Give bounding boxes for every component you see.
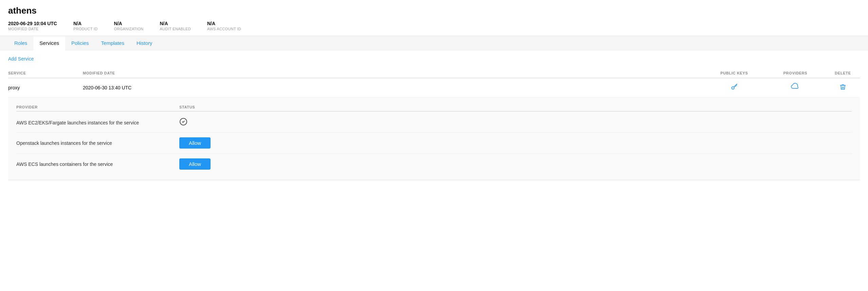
providers-cell — [765, 83, 826, 92]
table-row: proxy 2020-06-30 13:40 UTC — [8, 78, 860, 98]
meta-audit-enabled: N/A AUDIT ENABLED — [160, 21, 191, 31]
meta-product-id: N/A PRODUCT ID — [73, 21, 98, 31]
delete-cell — [826, 84, 860, 92]
tab-templates[interactable]: Templates — [95, 36, 130, 51]
public-keys-cell — [704, 83, 765, 92]
table-header: SERVICE MODIFIED DATE PUBLIC KEYS PROVID… — [8, 68, 860, 78]
provider-row-ec2: AWS EC2/EKS/Fargate launches instances f… — [16, 113, 852, 133]
provider-ec2-status — [179, 118, 247, 127]
provider-row-ecs: AWS ECS launches containers for the serv… — [16, 154, 852, 174]
meta-aws-account-id: N/A AWS ACCOUNT ID — [207, 21, 241, 31]
services-table: SERVICE MODIFIED DATE PUBLIC KEYS PROVID… — [8, 68, 860, 180]
provider-openstack-label: Openstack launches instances for the ser… — [16, 140, 179, 146]
provider-ec2-label: AWS EC2/EKS/Fargate launches instances f… — [16, 120, 179, 125]
tabs-bar: Roles Services Policies Templates Histor… — [0, 36, 868, 51]
add-service-link[interactable]: Add Service — [8, 56, 34, 62]
provider-section: PROVIDER STATUS AWS EC2/EKS/Fargate laun… — [8, 98, 860, 180]
col-header-delete: DELETE — [826, 71, 860, 75]
provider-col-header: PROVIDER — [16, 105, 179, 109]
provider-ecs-label: AWS ECS launches containers for the serv… — [16, 161, 179, 167]
tab-services[interactable]: Services — [33, 36, 65, 51]
header: athens 2020-06-29 10:04 UTC MODIFIED DAT… — [0, 0, 868, 36]
meta-row: 2020-06-29 10:04 UTC MODIFIED DATE N/A P… — [8, 21, 860, 36]
check-circle-icon — [179, 120, 187, 127]
allow-button-ecs[interactable]: Allow — [179, 158, 211, 170]
tab-history[interactable]: History — [130, 36, 159, 51]
col-header-providers: PROVIDERS — [765, 71, 826, 75]
main-content: Add Service SERVICE MODIFIED DATE PUBLIC… — [0, 51, 868, 186]
tab-policies[interactable]: Policies — [65, 36, 95, 51]
provider-table-header: PROVIDER STATUS — [16, 103, 852, 112]
col-header-modified-date: MODIFIED DATE — [83, 71, 704, 75]
provider-ecs-status: Allow — [179, 158, 247, 170]
meta-organization: N/A ORGANIZATION — [114, 21, 144, 31]
trash-icon[interactable] — [839, 84, 846, 92]
provider-row-openstack: Openstack launches instances for the ser… — [16, 133, 852, 154]
app-title: athens — [8, 5, 860, 16]
service-name-proxy: proxy — [8, 85, 83, 90]
col-header-service: SERVICE — [8, 71, 83, 75]
key-icon[interactable] — [730, 83, 738, 92]
provider-openstack-status: Allow — [179, 137, 247, 149]
tab-roles[interactable]: Roles — [8, 36, 33, 51]
cloud-icon[interactable] — [791, 83, 800, 92]
allow-button-openstack[interactable]: Allow — [179, 137, 211, 149]
col-header-public-keys: PUBLIC KEYS — [704, 71, 765, 75]
service-modified-date: 2020-06-30 13:40 UTC — [83, 85, 704, 90]
meta-modified-date: 2020-06-29 10:04 UTC MODIFIED DATE — [8, 21, 57, 31]
status-col-header: STATUS — [179, 105, 247, 109]
